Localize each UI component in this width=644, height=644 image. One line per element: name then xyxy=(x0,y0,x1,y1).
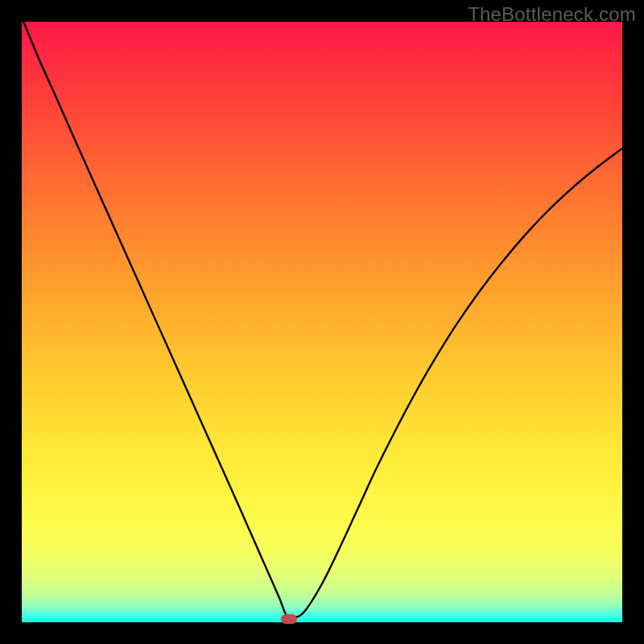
watermark-text: TheBottleneck.com xyxy=(468,3,636,26)
plot-area xyxy=(22,22,622,622)
curve-line xyxy=(22,22,622,622)
bottleneck-marker xyxy=(281,614,297,624)
chart-frame: TheBottleneck.com xyxy=(0,0,644,644)
